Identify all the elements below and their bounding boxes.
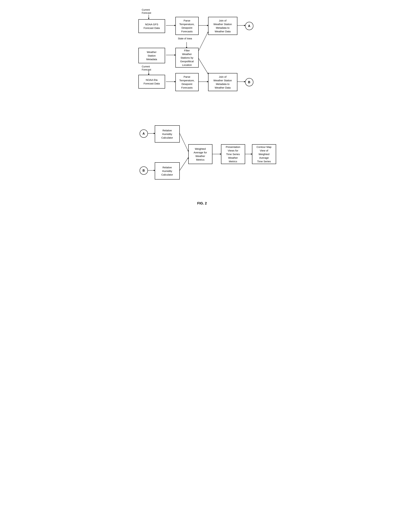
weather-station-meta-box: WeatherStationMetadata <box>138 48 165 63</box>
circle-b-bottom: B <box>140 166 148 175</box>
svg-line-12 <box>199 58 208 74</box>
top-diagram: CurrentForecast NOAA GFSForecast Data Pa… <box>131 5 273 101</box>
noaa-eta-box: NOAA EtaForecast Data <box>138 75 165 89</box>
figure-label: FIG. 2 <box>131 201 273 205</box>
svg-line-26 <box>180 133 188 152</box>
bottom-diagram: A RelativeHumidityCalculator B RelativeH… <box>131 117 273 196</box>
current-forecast-2-label: CurrentForecast <box>142 65 151 71</box>
svg-line-30 <box>180 158 188 170</box>
circle-a-bottom: A <box>140 129 148 138</box>
current-forecast-1-label: CurrentForecast <box>142 8 151 14</box>
join-metadata-1-box: Join ofWeather StationMetadata toWeather… <box>208 17 237 35</box>
diagram-container: CurrentForecast NOAA GFSForecast Data Pa… <box>131 5 273 205</box>
svg-line-10 <box>199 32 208 51</box>
circle-a-top: A <box>245 22 253 30</box>
rel-humidity-b-box: RelativeHumidityCalculator <box>155 162 180 179</box>
weighted-avg-box: WeightedAverage forWeatherMetrics <box>188 144 212 164</box>
rel-humidity-a-box: RelativeHumidityCalculator <box>155 125 180 143</box>
parse-temp-dew-1-box: ParseTemperature,DewpointForecasts <box>176 17 199 35</box>
contour-map-box: Contour MapView ofWeightedAverageTime Se… <box>252 144 276 164</box>
join-metadata-2-box: Join ofWeather StationMetadata toWeather… <box>208 73 237 91</box>
parse-temp-dew-2-box: ParseTemperature,DewpointForecasts <box>176 73 199 91</box>
presentation-views-box: PresentationViews forTime SeriesWeatherM… <box>221 144 245 164</box>
circle-b-top: B <box>245 78 253 86</box>
filter-stations-box: FilterWeatherStations byGeopoliticalLoca… <box>176 48 199 68</box>
state-of-iowa-label: State of Iowa <box>178 37 192 40</box>
svg-marker-1 <box>148 18 150 19</box>
noaa-gfs-box: NOAA GFSForecast Data <box>138 19 165 33</box>
